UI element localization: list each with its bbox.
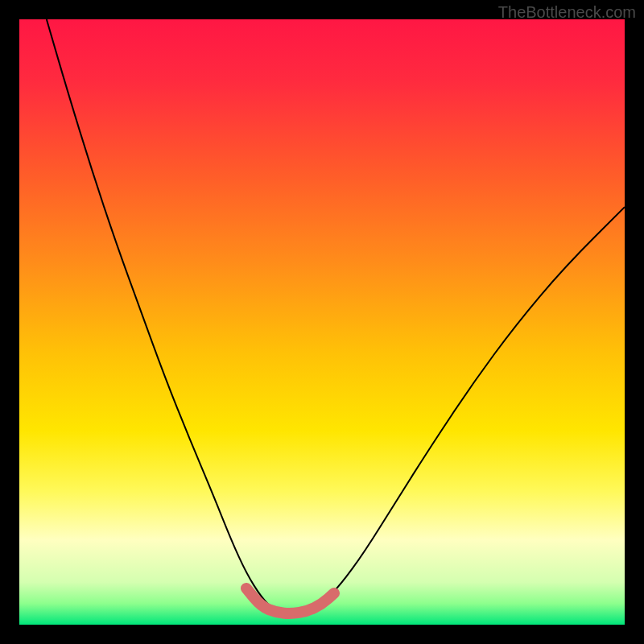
gradient-background xyxy=(19,19,625,625)
chart-svg xyxy=(19,19,625,625)
watermark-text: TheBottleneck.com xyxy=(498,3,636,22)
chart-area xyxy=(19,19,625,625)
